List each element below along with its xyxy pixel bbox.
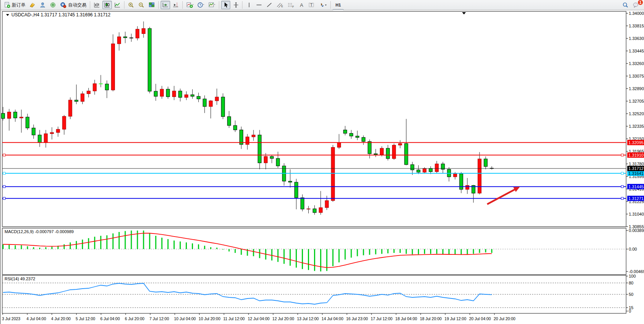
candle xyxy=(166,89,170,97)
candle xyxy=(337,143,341,147)
toolbar-separator xyxy=(90,1,90,9)
candle xyxy=(227,117,231,125)
chart-title: USDCAD-,H4 1.31717 1.31745 1.31696 1.317… xyxy=(11,12,111,17)
radar-button[interactable] xyxy=(48,1,58,9)
candle xyxy=(386,148,390,159)
auto-scroll-button[interactable] xyxy=(161,1,170,9)
arrows-button[interactable] xyxy=(317,1,328,9)
candle xyxy=(32,128,35,135)
fibonacci-icon: F xyxy=(287,2,295,8)
profile-button[interactable] xyxy=(38,1,48,9)
svg-text:E: E xyxy=(281,5,283,8)
price-line-badge-label: 1.31445 xyxy=(628,184,644,189)
date-label: 14 Jul 04:00 xyxy=(322,316,343,321)
candle xyxy=(44,134,48,143)
trendline-button[interactable] xyxy=(265,1,274,9)
chart-canvas[interactable]: 1.340001.338151.336301.334451.332601.330… xyxy=(1,10,644,324)
notification-badge: 1 xyxy=(638,0,643,5)
text-button[interactable]: A xyxy=(297,1,306,9)
candle xyxy=(325,200,328,208)
candle xyxy=(191,95,194,96)
line-chart-button[interactable] xyxy=(113,1,122,9)
candle xyxy=(484,159,487,167)
text-label-icon: T xyxy=(308,2,315,8)
chat-button[interactable]: 1 xyxy=(631,1,641,9)
line-handle[interactable] xyxy=(621,154,623,156)
autotrade-button[interactable]: 自动交易 xyxy=(59,1,88,9)
date-label: 7 Jul 12:00 xyxy=(150,316,169,321)
templates-button[interactable] xyxy=(207,1,217,9)
cursor-icon xyxy=(223,2,229,8)
candle xyxy=(313,209,316,213)
candle xyxy=(405,143,408,164)
candle xyxy=(56,129,60,132)
fibonacci-button[interactable]: F xyxy=(286,1,296,9)
candle xyxy=(374,154,378,154)
rsi-tick-label: 0 xyxy=(629,309,631,313)
tile-windows-icon xyxy=(148,2,155,8)
toolbar-separator xyxy=(182,1,183,9)
search-button[interactable] xyxy=(621,1,630,9)
candle xyxy=(423,168,426,172)
candle xyxy=(435,164,438,172)
text-label-button[interactable]: T xyxy=(307,1,316,9)
candle xyxy=(264,156,268,163)
mailbox-button[interactable] xyxy=(28,1,37,9)
arrows-icon xyxy=(319,2,327,8)
date-label: 17 Jul 12:00 xyxy=(371,316,392,321)
date-label: 18 Jul 04:00 xyxy=(395,316,417,321)
price-line-badge-label: 1.31641 xyxy=(628,171,644,176)
add-indicator-button[interactable] xyxy=(185,1,195,9)
candle xyxy=(319,208,322,213)
timeframe-h1[interactable]: H1 xyxy=(333,1,344,9)
candle xyxy=(301,198,304,209)
candle-chart-button[interactable] xyxy=(102,1,112,9)
bar-chart-icon xyxy=(94,2,100,8)
horizontal-line-button[interactable] xyxy=(254,1,264,9)
line-handle[interactable] xyxy=(621,186,623,188)
autotrade-icon xyxy=(60,2,67,8)
crosshair-button[interactable] xyxy=(231,1,240,9)
line-handle[interactable] xyxy=(3,172,5,175)
candle xyxy=(459,174,463,189)
price-tick-label: 1.33445 xyxy=(629,49,644,53)
date-label: 13 Jul 12:00 xyxy=(297,316,319,321)
line-handle[interactable] xyxy=(3,197,5,200)
chart-shift-button[interactable] xyxy=(171,1,180,9)
cursor-button[interactable] xyxy=(221,1,230,9)
candle xyxy=(362,137,365,141)
price-tick-label: 1.32890 xyxy=(629,86,644,91)
line-handle[interactable] xyxy=(3,154,5,156)
price-line-badge-label: 1.31910 xyxy=(628,153,644,157)
bar-chart-button[interactable] xyxy=(92,1,102,9)
line-chart-icon xyxy=(114,2,121,8)
channel-button[interactable]: E xyxy=(275,1,285,9)
candle xyxy=(2,113,5,118)
zoom-in-button[interactable] xyxy=(126,1,136,9)
line-handle[interactable] xyxy=(621,172,623,175)
line-handle[interactable] xyxy=(3,186,5,188)
candle xyxy=(142,29,145,34)
chart-area: 1.340001.338151.336301.334451.332601.330… xyxy=(1,10,644,324)
tile-windows-button[interactable] xyxy=(147,1,156,9)
periods-button[interactable] xyxy=(196,1,206,9)
date-label: 11 Jul 12:00 xyxy=(223,316,245,321)
trendline-icon xyxy=(266,2,273,8)
toolbar: 新订单 自动交易 xyxy=(1,0,644,10)
candle xyxy=(50,132,54,133)
new-order-button[interactable]: 新订单 xyxy=(3,1,27,9)
line-handle[interactable] xyxy=(621,197,623,200)
price-tick-label: 1.33630 xyxy=(629,36,644,41)
candle xyxy=(111,44,115,90)
candle xyxy=(258,135,261,163)
zoom-out-button[interactable] xyxy=(137,1,146,9)
new-order-label: 新订单 xyxy=(12,2,26,8)
vertical-line-button[interactable] xyxy=(244,1,253,9)
pane-splitter[interactable] xyxy=(2,227,626,228)
price-tick-label: 1.32520 xyxy=(629,111,644,116)
price-tick-label: 1.33075 xyxy=(629,74,644,78)
date-label: 5 Jul 12:00 xyxy=(76,316,96,321)
candle xyxy=(478,159,481,193)
date-label: 3 Jul 2023 xyxy=(2,316,21,321)
candle xyxy=(179,91,182,97)
